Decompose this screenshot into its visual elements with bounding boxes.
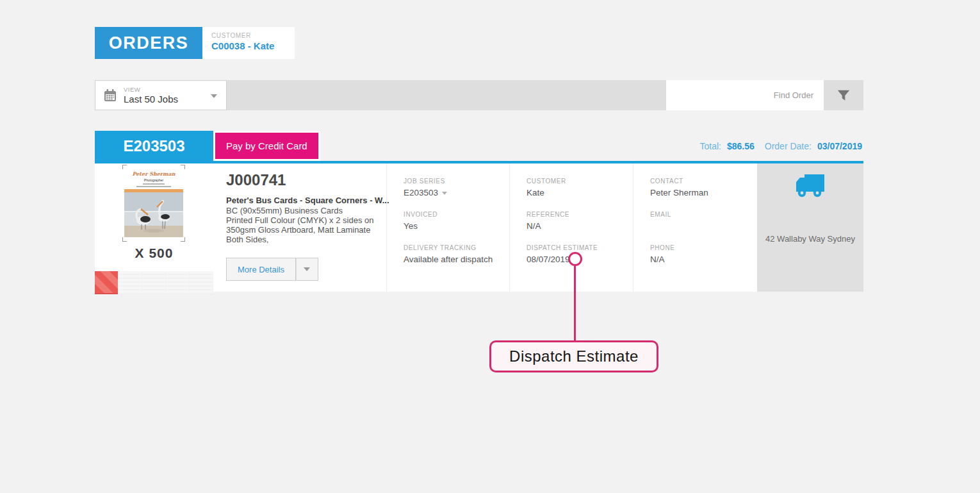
invoiced-value: Yes (404, 221, 437, 231)
order-header: E203503 Pay by Credit Card Total: $86.56… (95, 131, 863, 163)
customer-value: Kate (527, 188, 566, 197)
job-description-line: Both Sides, (226, 235, 373, 244)
delivery-tracking-value: Available after dispatch (404, 255, 493, 264)
artwork-preview[interactable]: Peter Sherman Photographer (124, 167, 183, 239)
chevron-down-icon (211, 94, 217, 98)
delivery-panel: 42 Wallaby Way Sydney (757, 163, 863, 292)
job-series-value: E203503 (404, 188, 438, 197)
job-description-line: 350gsm Gloss Artboard, Matt Laminate (226, 225, 373, 235)
job-description: BC (90x55mm) Business Cards Printed Full… (226, 206, 373, 244)
filter-button[interactable] (824, 80, 863, 110)
chevron-down-icon (442, 192, 447, 195)
reference-value: N/A (527, 221, 569, 231)
filter-icon (837, 88, 851, 103)
job-thumbnail-cell: Peter Sherman Photographer (95, 163, 213, 271)
pay-by-credit-card-button[interactable]: Pay by Credit Card (213, 131, 320, 161)
crop-mark (122, 237, 127, 242)
orders-page: ORDERS CUSTOMER C00038 - Kate VIEW Last (0, 0, 980, 493)
job-series-column: JOB SERIES E203503 INVOICED Yes DELIVERY… (404, 163, 509, 292)
card-name: Peter Sherman (124, 171, 183, 177)
total-value: $86.56 (727, 141, 755, 151)
find-order-input[interactable] (666, 80, 824, 110)
total-label: Total: (699, 141, 721, 151)
page-header: ORDERS CUSTOMER C00038 - Kate (95, 27, 295, 59)
view-select[interactable]: VIEW Last 50 Jobs (95, 80, 227, 110)
customer-value: C00038 - Kate (211, 40, 295, 51)
reference-label: REFERENCE (527, 211, 569, 218)
job-quantity: X 500 (95, 246, 213, 261)
job-description-line: BC (90x55mm) Business Cards (226, 206, 373, 215)
column-divider (386, 163, 387, 292)
annotation-line (574, 266, 576, 341)
more-details-split-button: More Details (226, 258, 318, 281)
contact-value: Peter Sherman (650, 188, 708, 197)
job-card: J000741 Peter's Bus Cards - Square Corne… (213, 163, 757, 292)
pelican-photo (124, 192, 183, 237)
delivery-address: 42 Wallaby Way Sydney (757, 234, 863, 244)
contact-label: CONTACT (650, 178, 708, 185)
view-value: Last 50 Jobs (124, 94, 178, 104)
dispatch-estimate-value: 08/07/2019 (527, 255, 598, 264)
invoiced-label: INVOICED (404, 211, 437, 218)
order-totals: Total: $86.56 Order Date: 03/07/2019 (699, 131, 862, 161)
toolbar-strip (227, 80, 666, 110)
card-contact-line (136, 186, 171, 187)
job-description-line: Printed Full Colour (CMYK) x 2 sides on (226, 215, 373, 225)
more-details-dropdown-button[interactable] (296, 258, 318, 281)
status-tile (142, 271, 165, 294)
crop-mark (181, 165, 185, 169)
order-date-label: Order Date: (765, 141, 812, 151)
crop-mark (122, 165, 127, 169)
view-label: VIEW (124, 86, 178, 93)
status-tile-active (95, 271, 118, 294)
job-series-label: JOB SERIES (404, 178, 447, 185)
order-date-value: 03/07/2019 (817, 141, 862, 151)
crop-mark (181, 237, 185, 242)
column-divider (509, 163, 510, 292)
calendar-icon (103, 88, 117, 103)
customer-column: CUSTOMER Kate REFERENCE N/A DISPATCH EST… (527, 163, 632, 292)
phone-label: PHONE (650, 244, 675, 251)
status-tiles (95, 271, 213, 294)
orders-tab[interactable]: ORDERS (95, 27, 202, 59)
customer-chip[interactable]: CUSTOMER C00038 - Kate (202, 27, 295, 59)
column-divider (633, 163, 633, 292)
status-tile (190, 271, 213, 294)
card-role: Photographer (124, 178, 183, 182)
job-series-dropdown[interactable]: E203503 (404, 188, 447, 197)
customer-label: CUSTOMER (211, 32, 295, 39)
delivery-truck-icon (795, 174, 826, 201)
delivery-tracking-label: DELIVERY TRACKING (404, 244, 493, 251)
card-contact-line (143, 183, 165, 185)
chevron-down-icon (304, 267, 310, 271)
job-title: Peter's Bus Cards - Square Corners - W..… (226, 196, 389, 205)
order-id: E203503 (95, 131, 213, 161)
annotation-circle (568, 252, 582, 266)
contact-column: CONTACT Peter Sherman EMAIL PHONE N/A (650, 163, 756, 292)
status-tile (166, 271, 189, 294)
status-tile (118, 271, 142, 294)
more-details-button[interactable]: More Details (226, 258, 296, 281)
job-id: J000741 (226, 171, 286, 189)
customer-label: CUSTOMER (527, 178, 566, 185)
phone-value: N/A (650, 255, 675, 264)
annotation-callout: Dispatch Estimate (489, 340, 658, 372)
email-label: EMAIL (650, 211, 671, 218)
dispatch-estimate-label: DISPATCH ESTIMATE (527, 244, 598, 251)
